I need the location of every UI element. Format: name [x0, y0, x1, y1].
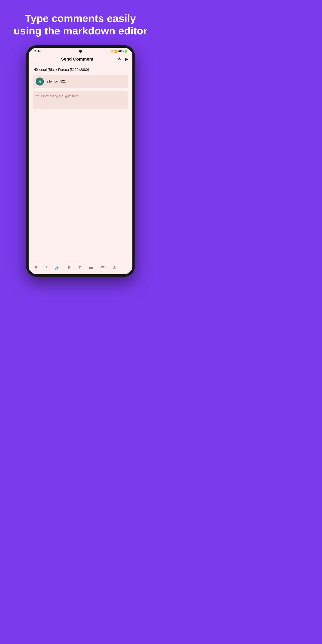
send-button[interactable]: ▶ — [125, 56, 128, 62]
phone-screen: 13:44 🔑 📶 87% 🔋 ← Send Comment 👁 ▶ — [28, 48, 132, 274]
username-label: allentown521 — [47, 80, 66, 83]
app-bar: ← Send Comment 👁 ▶ — [28, 54, 132, 64]
app-bar-actions: 👁 ▶ — [117, 56, 128, 62]
editor-area[interactable] — [32, 112, 128, 258]
avatar-letter: R — [38, 79, 41, 84]
back-button[interactable]: ← — [32, 56, 37, 62]
user-row: R allentown521 — [32, 75, 128, 88]
status-icons: 🔑 📶 87% 🔋 — [110, 50, 128, 53]
bold-button[interactable]: B — [34, 265, 39, 271]
signal-icon: 📶 — [114, 50, 118, 53]
battery-level: 87% — [118, 50, 124, 53]
battery-icon: 🔋 — [124, 50, 128, 53]
wifi-icon: 🔑 — [110, 50, 114, 53]
content-area: Höllental (Black Forest) [5120x2880] R a… — [28, 64, 132, 261]
status-time: 13:44 — [34, 50, 41, 53]
markdown-toolbar: B I 🔗 S T ≔ ☰ ⚠ " — [28, 261, 132, 274]
avatar: R — [36, 78, 44, 86]
ordered-list-button[interactable]: ≔ — [88, 265, 94, 271]
screen-title: Send Comment — [61, 56, 94, 62]
post-title: Höllental (Black Forest) [5120x2880] — [32, 68, 128, 72]
italic-button[interactable]: I — [44, 265, 48, 271]
warning-button[interactable]: ⚠ — [112, 265, 118, 271]
preview-button[interactable]: 👁 — [117, 56, 122, 62]
strikethrough-button[interactable]: S — [66, 265, 72, 271]
unordered-list-button[interactable]: ☰ — [100, 265, 106, 271]
hero-title: Type comments easily using the markdown … — [0, 0, 161, 45]
camera-notch — [79, 50, 82, 53]
link-button[interactable]: 🔗 — [54, 265, 61, 271]
phone-container: 13:44 🔑 📶 87% 🔋 ← Send Comment 👁 ▶ — [26, 45, 135, 322]
comment-placeholder: Your interesting thoughts here — [36, 94, 79, 98]
status-bar: 13:44 🔑 📶 87% 🔋 — [28, 48, 132, 54]
quote-button[interactable]: " — [123, 265, 128, 271]
comment-input[interactable]: Your interesting thoughts here — [32, 91, 128, 109]
heading-button[interactable]: T — [77, 265, 82, 271]
phone-frame: 13:44 🔑 📶 87% 🔋 ← Send Comment 👁 ▶ — [26, 45, 135, 277]
